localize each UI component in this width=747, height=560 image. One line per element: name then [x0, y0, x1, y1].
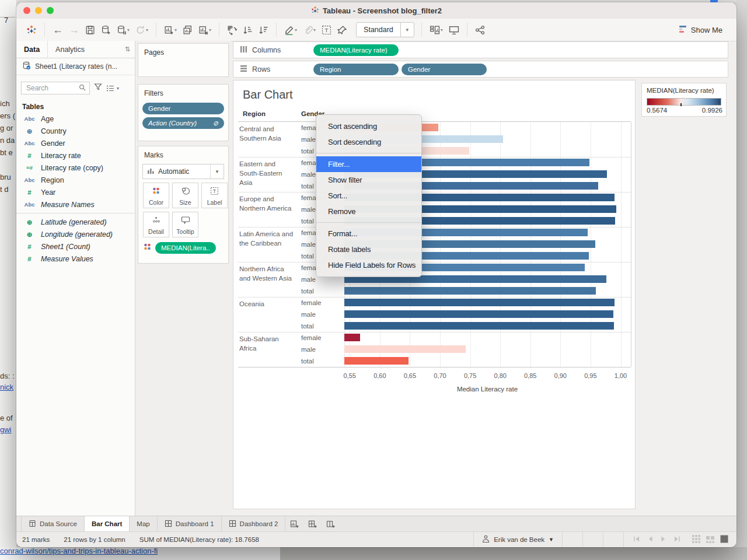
- gender-label[interactable]: male: [301, 311, 316, 318]
- field-country[interactable]: ⊕Country: [16, 125, 135, 137]
- minimize-window-button[interactable]: [35, 7, 42, 14]
- show-me-button[interactable]: Show Me: [679, 25, 729, 35]
- filter-pill-gender[interactable]: Gender: [142, 103, 224, 114]
- share-workbook-button[interactable]: [472, 22, 488, 38]
- close-window-button[interactable]: [23, 7, 30, 14]
- columns-shelf[interactable]: Columns MEDIAN(Literacy rate): [233, 41, 728, 58]
- row-field-header-region[interactable]: Region: [243, 110, 266, 117]
- clear-sheet-button[interactable]: ▾: [196, 22, 214, 38]
- gender-label[interactable]: total: [301, 288, 314, 295]
- background-link-fragment[interactable]: gwi: [0, 425, 12, 434]
- gender-label[interactable]: male: [301, 241, 316, 248]
- field-literacy-rate-copy[interactable]: =#Literacy rate (copy): [16, 162, 135, 174]
- bar-oceania-male[interactable]: [344, 310, 613, 318]
- maximize-window-button[interactable]: [47, 7, 54, 14]
- bar-northern-africa-and-western-asia-total[interactable]: [344, 287, 596, 295]
- undo-button[interactable]: ←: [50, 22, 66, 38]
- save-button[interactable]: [82, 22, 98, 38]
- group-members-button[interactable]: ▾: [300, 22, 319, 38]
- gender-label[interactable]: male: [301, 171, 316, 178]
- redo-button[interactable]: →: [66, 22, 82, 38]
- duplicate-sheet-button[interactable]: [180, 22, 196, 38]
- sheet-tab-bar-chart[interactable]: Bar Chart: [85, 516, 130, 531]
- previous-icon[interactable]: [647, 536, 654, 544]
- bar-sub-saharan-africa-female[interactable]: [344, 334, 360, 341]
- filter-fields-icon[interactable]: [94, 83, 102, 93]
- field-measure-names[interactable]: AbcMeasure Names: [16, 198, 135, 211]
- gender-label[interactable]: male: [301, 136, 316, 143]
- background-link-fragment[interactable]: nick: [0, 383, 13, 391]
- menu-item-sort[interactable]: Sort...: [316, 188, 421, 204]
- tooltip-button[interactable]: Tooltip: [172, 212, 198, 237]
- tab-data[interactable]: Data: [16, 41, 47, 58]
- bar-sub-saharan-africa-male[interactable]: [344, 345, 466, 353]
- gender-label[interactable]: total: [301, 358, 314, 365]
- gender-label[interactable]: total: [301, 253, 314, 260]
- rows-shelf[interactable]: Rows RegionGender: [233, 61, 728, 78]
- menu-item-show-filter[interactable]: Show filter: [316, 172, 421, 188]
- show-hide-cards-button[interactable]: ▾: [427, 22, 446, 38]
- field-region[interactable]: AbcRegion: [16, 174, 135, 186]
- gender-label[interactable]: total: [301, 183, 314, 190]
- first-icon[interactable]: [633, 536, 640, 544]
- menu-item-remove[interactable]: Remove: [316, 204, 421, 219]
- gender-label[interactable]: male: [301, 206, 316, 213]
- sheet-tab-dashboard-1[interactable]: Dashboard 1: [158, 516, 222, 531]
- bar-oceania-female[interactable]: [344, 299, 615, 306]
- search-input[interactable]: [25, 83, 79, 93]
- gender-label[interactable]: total: [301, 323, 314, 330]
- menu-item-rotate-labels[interactable]: Rotate labels: [316, 242, 421, 257]
- detail-button[interactable]: Detail: [143, 212, 169, 237]
- view-options-icon[interactable]: ▾: [106, 85, 119, 92]
- filter-pill-action-country[interactable]: Action (Country)⊘: [142, 117, 224, 129]
- gender-label[interactable]: female: [301, 299, 322, 306]
- data-source-connection[interactable]: Sheet1 (Literacy rates (n...: [16, 58, 135, 75]
- gender-label[interactable]: total: [301, 218, 314, 225]
- user-menu[interactable]: Erik van de Beek ▼: [473, 532, 562, 547]
- presentation-mode-button[interactable]: [446, 22, 462, 38]
- field-age[interactable]: AbcAge: [16, 113, 135, 125]
- color-legend-card[interactable]: MEDIAN(Literacy rate) 0.5674 0.9926: [641, 83, 727, 117]
- tableau-home-icon[interactable]: [23, 22, 40, 38]
- single-view-icon[interactable]: [720, 535, 728, 544]
- run-update-button[interactable]: ▾: [132, 22, 151, 38]
- region-label-central-and-southern-asia[interactable]: Central and Southern Asia: [239, 124, 296, 143]
- gender-label[interactable]: male: [301, 276, 316, 283]
- menu-item-format[interactable]: Format...: [316, 226, 421, 242]
- menu-item-sort-ascending[interactable]: Sort ascending: [316, 118, 421, 134]
- sort-ascending-button[interactable]: [240, 22, 256, 38]
- size-button[interactable]: Size: [172, 183, 198, 208]
- fit-selector[interactable]: Standard ▾: [356, 22, 414, 37]
- last-icon[interactable]: [673, 536, 680, 544]
- tab-analytics[interactable]: Analytics: [47, 41, 92, 58]
- color-button[interactable]: Color: [143, 183, 169, 208]
- bar-oceania-total[interactable]: [344, 322, 614, 330]
- region-label-latin-america-and-the-caribbean[interactable]: Latin America and the Caribbean: [239, 229, 296, 248]
- legend-gradient[interactable]: [647, 98, 721, 106]
- menu-item-hide-field-labels-for-rows[interactable]: Hide Field Labels for Rows: [316, 257, 421, 273]
- sort-descending-button[interactable]: [256, 22, 271, 38]
- new-worksheet-button[interactable]: ▾: [161, 22, 180, 38]
- show-mark-labels-button[interactable]: T: [319, 22, 334, 38]
- region-label-oceania[interactable]: Oceania: [239, 299, 296, 309]
- encoding-pill-median-literacy[interactable]: MEDIAN(Litera..: [155, 242, 216, 254]
- fix-axes-button[interactable]: [334, 22, 350, 38]
- region-label-northern-africa-and-western-asia[interactable]: Northern Africa and Western Asia: [239, 264, 296, 283]
- new-worksheet-tab-button[interactable]: [285, 516, 303, 531]
- region-label-eastern-and-south-eastern-asia[interactable]: Eastern and South-Eastern Asia: [239, 159, 296, 187]
- field-longitude-generated[interactable]: ⊕Longitude (generated): [16, 228, 135, 240]
- rows-pill-gender[interactable]: Gender: [402, 64, 487, 75]
- search-box[interactable]: [21, 82, 90, 94]
- field-gender[interactable]: AbcGender: [16, 137, 135, 149]
- gender-label[interactable]: male: [301, 346, 316, 353]
- swap-rows-columns-button[interactable]: [224, 22, 240, 38]
- sheet-tab-dashboard-2[interactable]: Dashboard 2: [222, 516, 286, 531]
- sheet-tab-data-source[interactable]: Data Source: [21, 516, 85, 531]
- new-dashboard-tab-button[interactable]: [303, 516, 322, 531]
- background-link-fragment[interactable]: conrad-wilson/tips-and-trips-in-tableau-…: [0, 547, 158, 555]
- rows-pill-region[interactable]: Region: [313, 64, 399, 75]
- field-latitude-generated[interactable]: ⊕Latitude (generated): [16, 216, 135, 228]
- menu-item-filter[interactable]: Filter...: [316, 156, 421, 172]
- next-icon[interactable]: [660, 536, 667, 544]
- field-measure-values[interactable]: #Measure Values: [16, 253, 135, 265]
